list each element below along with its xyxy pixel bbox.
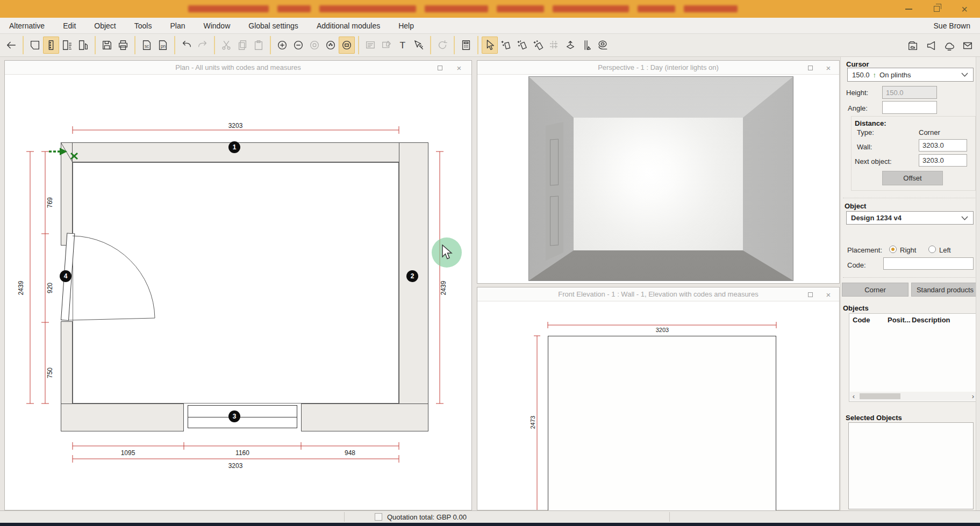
plan-elevation-view-icon[interactable] [59, 37, 75, 54]
toolbar-right [905, 34, 976, 57]
scroll-left-icon[interactable]: ‹ [850, 392, 857, 400]
zoom-in-icon[interactable] [274, 37, 290, 54]
maximize-button[interactable] [931, 3, 942, 15]
rotate-3d-icon[interactable] [562, 37, 578, 54]
menu-help[interactable]: Help [389, 21, 423, 30]
project-archive-icon[interactable] [905, 37, 921, 54]
menu-edit[interactable]: Edit [54, 21, 85, 30]
elevation-canvas[interactable]: 3203 2473 [477, 301, 839, 510]
room-interior[interactable] [73, 162, 399, 403]
dim-top-total: 3203 [218, 122, 253, 129]
standard-products-button[interactable]: Standard products [911, 283, 979, 297]
perspective-window-titlebar[interactable]: Perspective - 1 : Day (interior lights o… [477, 61, 839, 75]
quotation-total: Quotation total: GBP 0.00 [387, 513, 467, 521]
close-button[interactable]: × [958, 3, 970, 15]
elevation-view-icon[interactable] [43, 37, 59, 54]
elevation-plan-view-icon[interactable] [75, 37, 91, 54]
height-label: Height: [846, 89, 868, 97]
copy-icon [234, 37, 251, 54]
cursor-mode-dropdown[interactable]: 150.0 ↑ On plinths [847, 68, 974, 82]
menu-window[interactable]: Window [194, 21, 239, 30]
object-dropdown[interactable]: Design 1234 v4 [846, 211, 974, 225]
titlebar: × [0, 0, 980, 18]
scroll-thumb[interactable] [860, 393, 900, 399]
elevation-close-button[interactable]: × [824, 290, 833, 299]
svg-text:pn: pn [161, 44, 166, 49]
plan-canvas[interactable]: 3203 2439 769 920 750 2439 1095 1160 948… [5, 75, 471, 510]
code-field[interactable] [883, 257, 974, 270]
distance-next-field[interactable] [919, 154, 967, 167]
menu-object[interactable]: Object [85, 21, 125, 30]
plan-window-titlebar[interactable]: Plan - All units with codes and measures… [5, 61, 471, 75]
autoplace-free-icon[interactable] [530, 37, 546, 54]
wall-4-left-upper[interactable] [61, 142, 73, 246]
dim-right-total: 2439 [440, 271, 447, 305]
wall-2-right[interactable] [399, 142, 428, 431]
objects-col-description[interactable]: Description [912, 316, 950, 324]
wall-1-top[interactable] [61, 142, 428, 162]
plan-view-icon[interactable] [27, 37, 43, 54]
window-symbol[interactable] [188, 405, 297, 428]
dimension-tool-icon[interactable] [411, 37, 427, 54]
pn-document-icon[interactable]: pn [155, 37, 171, 54]
redacted-block [638, 5, 675, 12]
text-tool-icon[interactable]: T [395, 37, 411, 54]
menu-additional-modules[interactable]: Additional modules [307, 21, 389, 30]
autoplace-corner-icon[interactable] [514, 37, 530, 54]
perspective-window-title: Perspective - 1 : Day (interior lights o… [477, 63, 839, 71]
plan-maximize-button[interactable] [435, 63, 445, 72]
wall-dimension-icon[interactable] [578, 37, 595, 54]
sidebar-scrollbar[interactable] [976, 57, 980, 510]
select-pointer-icon[interactable] [482, 37, 498, 54]
placement-left-radio[interactable] [928, 246, 936, 253]
wall-3-bottom-left[interactable] [61, 403, 184, 431]
sc-document-icon[interactable]: sc [139, 37, 155, 54]
minimize-button[interactable] [903, 3, 914, 15]
cursor-mode-label: On plinths [879, 71, 911, 79]
menu-tools[interactable]: Tools [125, 21, 161, 30]
objects-hscrollbar[interactable]: ‹ › [850, 392, 977, 401]
perspective-render[interactable] [529, 77, 793, 280]
elevation-window-titlebar[interactable]: Front Elevation - 1 : Wall - 1, Elevatio… [477, 287, 839, 301]
dim-left-total: 2439 [17, 271, 25, 305]
objects-col-code[interactable]: Code [853, 316, 888, 324]
objects-table[interactable]: Code Posit... Description ‹ › [849, 313, 978, 402]
angle-field[interactable] [882, 101, 937, 114]
print-icon[interactable] [115, 37, 131, 54]
autoplace-wall-icon[interactable] [498, 37, 514, 54]
calculator-icon[interactable] [458, 37, 474, 54]
perspective-close-button[interactable]: × [824, 63, 833, 72]
object-panel-heading: Object [845, 202, 866, 210]
undo-icon[interactable] [178, 37, 195, 54]
tape-measure-icon[interactable] [595, 37, 611, 54]
publish-icon[interactable] [923, 37, 939, 54]
elevation-maximize-button[interactable] [805, 290, 815, 299]
zoom-fit-icon[interactable] [339, 37, 355, 54]
menu-alternative[interactable]: Alternative [8, 21, 54, 30]
mail-icon[interactable] [960, 37, 976, 54]
save-icon[interactable] [99, 37, 115, 54]
user-name: Sue Brown [934, 21, 972, 30]
placement-left-label: Left [939, 246, 951, 254]
objects-col-position[interactable]: Posit... [888, 316, 912, 324]
placement-right-label: Right [900, 246, 916, 254]
zoom-out-icon[interactable] [290, 37, 306, 54]
distance-wall-field[interactable] [919, 139, 967, 152]
placement-right-radio[interactable] [889, 246, 897, 253]
redacted-block [684, 5, 738, 12]
perspective-maximize-button[interactable] [805, 63, 815, 72]
dim-left-seg-750: 750 [46, 356, 54, 390]
plan-close-button[interactable]: × [454, 63, 464, 72]
object-selected-value: Design 1234 v4 [851, 214, 902, 222]
zoom-window-icon[interactable] [323, 37, 339, 54]
menu-plan[interactable]: Plan [161, 21, 194, 30]
selected-objects-list[interactable] [848, 422, 974, 509]
corner-button[interactable]: Corner [842, 283, 909, 297]
menu-global-settings[interactable]: Global settings [239, 21, 307, 30]
back-icon[interactable] [3, 37, 19, 54]
height-field[interactable] [882, 86, 937, 99]
cloud-icon[interactable] [941, 37, 957, 54]
offset-button[interactable]: Offset [882, 171, 943, 185]
wall-marker-4: 4 [60, 270, 71, 282]
wall-3-bottom-right[interactable] [301, 403, 428, 431]
